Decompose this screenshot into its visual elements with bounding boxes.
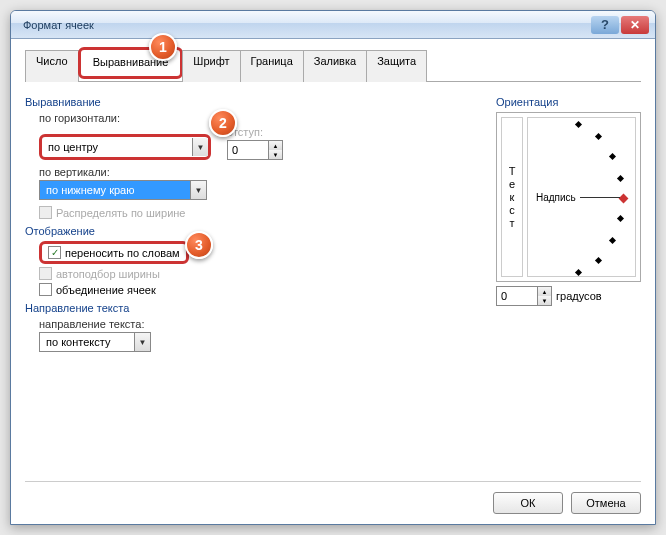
orientation-control[interactable]: Текст Надпись bbox=[496, 112, 641, 282]
button-bar: ОК Отмена bbox=[25, 481, 641, 514]
tab-fill[interactable]: Заливка bbox=[303, 50, 367, 82]
right-column: Ориентация Текст Надпись bbox=[496, 90, 641, 481]
vertical-combo[interactable]: по нижнему краю ▼ bbox=[39, 180, 207, 200]
degrees-spinner[interactable]: ▲▼ bbox=[496, 286, 552, 306]
orientation-group-label: Ориентация bbox=[496, 96, 641, 108]
vertical-value: по нижнему краю bbox=[40, 184, 190, 196]
dropdown-icon: ▼ bbox=[134, 333, 150, 351]
dialog-window: Формат ячеек ? ✕ 1 2 3 Число Выравнивани… bbox=[10, 10, 656, 525]
indent-spinner[interactable]: ▲▼ bbox=[227, 140, 283, 160]
orientation-arc[interactable]: Надпись bbox=[527, 117, 636, 277]
tab-font[interactable]: Шрифт bbox=[182, 50, 240, 82]
textdir-label: направление текста: bbox=[39, 318, 476, 330]
spinner-arrows[interactable]: ▲▼ bbox=[268, 141, 282, 159]
left-column: Выравнивание по горизонтали: по центру ▼… bbox=[25, 90, 476, 481]
spinner-arrows[interactable]: ▲▼ bbox=[537, 287, 551, 305]
textdir-combo[interactable]: по контексту ▼ bbox=[39, 332, 151, 352]
horizontal-value: по центру bbox=[42, 141, 192, 153]
distribute-checkbox bbox=[39, 206, 52, 219]
wrap-row: ✓ переносить по словам bbox=[39, 241, 189, 264]
alignment-group-label: Выравнивание bbox=[25, 96, 476, 108]
dropdown-icon: ▼ bbox=[190, 181, 206, 199]
textdir-group-label: Направление текста bbox=[25, 302, 476, 314]
dropdown-icon: ▼ bbox=[192, 138, 208, 156]
window-title: Формат ячеек bbox=[17, 19, 591, 31]
textdir-value: по контексту bbox=[40, 336, 134, 348]
callout-marker-2: 2 bbox=[209, 109, 237, 137]
autofit-checkbox bbox=[39, 267, 52, 280]
orientation-vertical-text[interactable]: Текст bbox=[501, 117, 523, 277]
titlebar: Формат ячеек ? ✕ bbox=[11, 11, 655, 39]
horizontal-label: по горизонтали: bbox=[39, 112, 476, 124]
wrap-label: переносить по словам bbox=[65, 247, 180, 259]
ok-button[interactable]: ОК bbox=[493, 492, 563, 514]
tab-border[interactable]: Граница bbox=[240, 50, 304, 82]
merge-checkbox[interactable] bbox=[39, 283, 52, 296]
degrees-label: градусов bbox=[556, 290, 602, 302]
close-button[interactable]: ✕ bbox=[621, 16, 649, 34]
tab-number[interactable]: Число bbox=[25, 50, 79, 82]
autofit-label: автоподбор ширины bbox=[56, 268, 160, 280]
tab-strip: Число Выравнивание Шрифт Граница Заливка… bbox=[25, 49, 641, 82]
merge-label: объединение ячеек bbox=[56, 284, 156, 296]
tab-protection[interactable]: Защита bbox=[366, 50, 427, 82]
degrees-value[interactable] bbox=[497, 287, 537, 305]
callout-marker-1: 1 bbox=[149, 33, 177, 61]
orientation-caption: Надпись bbox=[536, 192, 576, 203]
distribute-label: Распределять по ширине bbox=[56, 207, 185, 219]
vertical-label: по вертикали: bbox=[39, 166, 476, 178]
callout-marker-3: 3 bbox=[185, 231, 213, 259]
window-buttons: ? ✕ bbox=[591, 16, 649, 34]
display-group-label: Отображение bbox=[25, 225, 476, 237]
main-area: Выравнивание по горизонтали: по центру ▼… bbox=[25, 90, 641, 481]
indent-value[interactable] bbox=[228, 141, 268, 159]
cancel-button[interactable]: Отмена bbox=[571, 492, 641, 514]
wrap-checkbox[interactable]: ✓ bbox=[48, 246, 61, 259]
horizontal-combo[interactable]: по центру ▼ bbox=[39, 134, 211, 160]
help-button[interactable]: ? bbox=[591, 16, 619, 34]
dialog-content: 1 2 3 Число Выравнивание Шрифт Граница З… bbox=[11, 39, 655, 524]
